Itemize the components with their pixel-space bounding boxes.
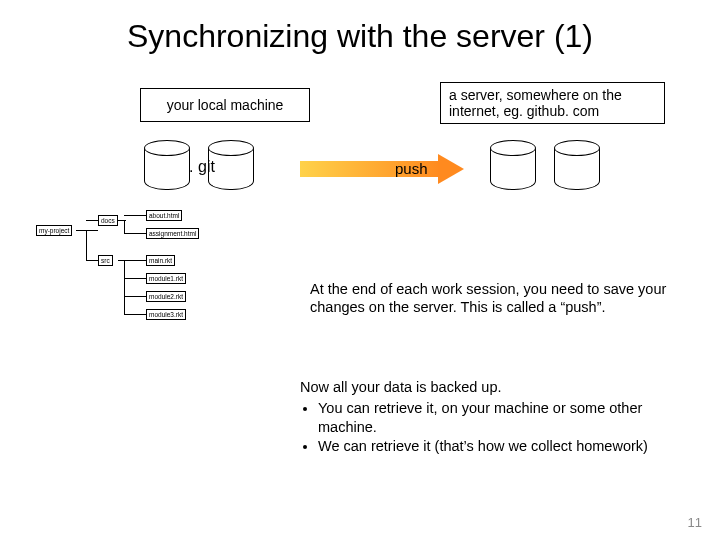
server-label: a server, somewhere on the internet, eg.… bbox=[449, 87, 656, 119]
paragraph-backup: Now all your data is backed up. You can … bbox=[300, 378, 700, 455]
local-machine-box: your local machine bbox=[140, 88, 310, 122]
page-number: 11 bbox=[688, 515, 702, 530]
tree-root: my-project bbox=[36, 225, 72, 236]
tree-file: about.html bbox=[146, 210, 182, 221]
tree-dir-docs: docs bbox=[98, 215, 118, 226]
server-box: a server, somewhere on the internet, eg.… bbox=[440, 82, 665, 124]
paragraph-push-explanation: At the end of each work session, you nee… bbox=[310, 280, 690, 316]
push-arrow-icon bbox=[300, 156, 470, 182]
database-icon bbox=[554, 140, 600, 190]
push-label: push bbox=[395, 160, 428, 177]
tree-file: main.rkt bbox=[146, 255, 175, 266]
local-machine-label: your local machine bbox=[167, 97, 284, 113]
git-label: . git bbox=[172, 158, 232, 176]
tree-file: assignment.html bbox=[146, 228, 199, 239]
backup-intro: Now all your data is backed up. bbox=[300, 378, 700, 397]
tree-file: module1.rkt bbox=[146, 273, 186, 284]
database-icon bbox=[490, 140, 536, 190]
backup-bullet-1: You can retrieve it, on your machine or … bbox=[318, 399, 700, 437]
tree-file: module3.rkt bbox=[146, 309, 186, 320]
slide-title: Synchronizing with the server (1) bbox=[0, 18, 720, 55]
file-tree-diagram: my-project docs src about.html assignmen… bbox=[36, 215, 266, 385]
tree-dir-src: src bbox=[98, 255, 113, 266]
backup-bullet-2: We can retrieve it (that’s how we collec… bbox=[318, 437, 700, 456]
tree-file: module2.rkt bbox=[146, 291, 186, 302]
